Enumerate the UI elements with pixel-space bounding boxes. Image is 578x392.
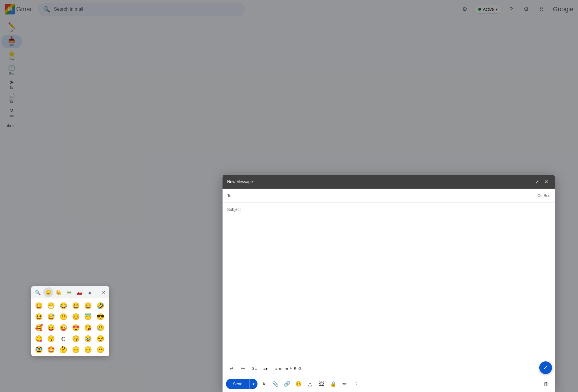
send-button-group: Send ▾ (226, 379, 257, 389)
emoji-close-button[interactable]: ✕ (99, 288, 108, 296)
link-button[interactable]: 🔗 (282, 379, 292, 389)
emoji-item[interactable]: 😍 (71, 323, 81, 333)
emoji-item[interactable]: 🥰 (34, 323, 44, 333)
lock-button[interactable]: 🔒 (328, 379, 338, 389)
emoji-item[interactable]: 😆 (34, 312, 44, 322)
emoji-item[interactable]: 😜 (58, 323, 68, 333)
check-icon: ✓ (543, 364, 548, 371)
cc-bcc-button[interactable]: Cc Bcc (538, 193, 550, 198)
link-icon: 🔗 (284, 381, 290, 387)
trash-icon: 🗑 (544, 381, 549, 387)
redo-button[interactable]: ↪ (238, 363, 248, 374)
emoji-item[interactable]: 😊 (71, 312, 81, 322)
clear-format-button[interactable]: ⊘ (298, 366, 302, 371)
compose-subject-row (223, 202, 555, 216)
compose-title: New Message (227, 179, 253, 184)
drive-button[interactable]: △ (305, 379, 315, 389)
indent-decrease-button[interactable]: ⇤ (279, 366, 283, 371)
signature-icon: ✏ (342, 381, 347, 387)
emoji-nature-tab[interactable]: ✳️ (64, 287, 74, 297)
expand-button[interactable]: ⤢ (533, 178, 541, 186)
emoji-item[interactable]: 😇 (83, 312, 93, 322)
emoji-item[interactable]: 🤔 (58, 345, 68, 355)
emoji-picker: 🔍 😊 👑 ✳️ 🚗 ▲ ✕ 😀 😁 😂 😃 😄 🤣 😆 😅 🙂 😊 😇 😎 🥰… (31, 286, 109, 356)
emoji-item[interactable]: 😘 (83, 323, 93, 333)
emoji-item[interactable]: ☺️ (58, 334, 68, 344)
emoji-search-tab[interactable]: 🔍 (33, 287, 43, 297)
emoji-item[interactable]: 😎 (95, 312, 105, 322)
attach-button[interactable]: 📎 (270, 379, 281, 389)
emoji-item[interactable]: 😌 (95, 334, 105, 344)
emoji-icon: 😊 (295, 381, 302, 387)
underline-icon: A (262, 382, 265, 386)
emoji-item[interactable]: 😑 (71, 345, 81, 355)
compose-bottom: Send ▾ A 📎 🔗 😊 △ 🖼 🔒 ✏ ⋮ (223, 376, 555, 392)
emoji-item[interactable]: 😅 (46, 312, 56, 322)
send-dropdown-button[interactable]: ▾ (249, 379, 257, 389)
formatting-toolbar: ↩ ↪ Sa ≡▾ ≔ ≡ ⇤ ⇥ ❝ S ⊘ (223, 361, 555, 376)
emoji-item[interactable]: 😚 (71, 334, 81, 344)
send-dropdown-icon: ▾ (253, 382, 255, 386)
compose-to-row: To Cc Bcc (223, 189, 555, 202)
emoji-item[interactable]: 😐 (83, 345, 93, 355)
emoji-item[interactable]: 😀 (34, 301, 44, 311)
emoji-item[interactable]: 🥲 (95, 323, 105, 333)
underline-button[interactable]: A (259, 379, 269, 389)
emoji-item[interactable]: 😁 (46, 301, 56, 311)
ordered-list-button[interactable]: ≔ (269, 366, 273, 371)
emoji-button[interactable]: 😊 (293, 379, 304, 389)
done-button[interactable]: ✓ (539, 361, 552, 374)
emoji-people-tab[interactable]: 👑 (54, 287, 64, 297)
emoji-item[interactable]: 😄 (83, 301, 93, 311)
to-input[interactable] (236, 193, 538, 198)
emoji-item[interactable]: 😋 (34, 334, 44, 344)
expand-icon: ⤢ (535, 179, 539, 185)
blockquote-button[interactable]: ❝ (290, 366, 292, 371)
compose-header-actions: — ⤢ ✕ (524, 178, 550, 186)
subject-input[interactable] (227, 207, 550, 212)
lock-icon: 🔒 (330, 381, 336, 387)
emoji-smileys-tab[interactable]: 😊 (43, 287, 53, 297)
undo-button[interactable]: ↩ (226, 363, 236, 374)
emoji-item[interactable]: 😂 (58, 301, 68, 311)
more-options-button[interactable]: ⋮ (351, 379, 362, 389)
emoji-item[interactable]: 🥸 (34, 345, 44, 355)
minimize-button[interactable]: — (524, 178, 532, 186)
close-button[interactable]: ✕ (542, 178, 550, 186)
emoji-travel-tab[interactable]: 🚗 (75, 287, 84, 297)
minimize-icon: — (525, 179, 530, 184)
emoji-item[interactable]: 🥹 (83, 334, 93, 344)
photo-button[interactable]: 🖼 (316, 379, 327, 389)
emoji-item[interactable]: 🤩 (46, 345, 56, 355)
emoji-item[interactable]: 😶 (95, 345, 105, 355)
emoji-item[interactable]: 😃 (71, 301, 81, 311)
signature-button[interactable]: ✏ (340, 379, 350, 389)
send-button[interactable]: Send (226, 379, 249, 389)
emoji-tabs: 🔍 😊 👑 ✳️ 🚗 ▲ ✕ (31, 286, 109, 298)
attach-icon: 📎 (272, 381, 279, 387)
unordered-list-button[interactable]: ≡ (275, 366, 277, 371)
delete-button[interactable]: 🗑 (541, 379, 551, 389)
emoji-item[interactable]: 😛 (46, 323, 56, 333)
emoji-objects-tab[interactable]: ▲ (85, 287, 95, 297)
to-label: To (227, 193, 234, 198)
compose-dialog: New Message — ⤢ ✕ To Cc Bcc ↩ ↪ Sa ≡▾ ≔ (223, 175, 555, 392)
sans-button[interactable]: Sa (249, 363, 260, 374)
emoji-item[interactable]: 🤣 (95, 301, 105, 311)
emoji-item[interactable]: 🙂 (58, 312, 68, 322)
emoji-grid: 😀 😁 😂 😃 😄 🤣 😆 😅 🙂 😊 😇 😎 🥰 😛 😜 😍 😘 🥲 😋 😙 … (31, 298, 109, 356)
align-button[interactable]: ≡▾ (263, 366, 268, 371)
more-icon: ⋮ (354, 381, 359, 387)
compose-body[interactable] (223, 216, 555, 361)
emoji-item[interactable]: 😙 (46, 334, 56, 344)
compose-header: New Message — ⤢ ✕ (223, 175, 555, 189)
strikethrough-button[interactable]: S (294, 366, 296, 371)
close-icon: ✕ (544, 179, 548, 185)
photo-icon: 🖼 (319, 381, 324, 387)
indent-increase-button[interactable]: ⇥ (284, 366, 288, 371)
drive-icon: △ (308, 381, 312, 387)
